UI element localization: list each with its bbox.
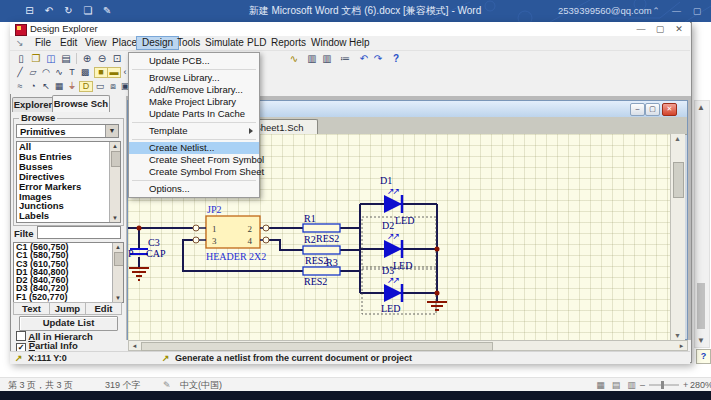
scrollbar-thumb[interactable] bbox=[697, 283, 705, 329]
polygon-tool-icon[interactable]: ▱ bbox=[27, 66, 39, 79]
menu-item-template[interactable]: Template bbox=[129, 125, 259, 137]
r2-comment[interactable]: RES2 bbox=[305, 255, 328, 266]
read-mode-icon[interactable]: ▦ bbox=[594, 378, 607, 392]
scroll-down-icon[interactable]: ▼ bbox=[671, 332, 684, 339]
maximize-button[interactable]: ▢ bbox=[689, 0, 705, 22]
scroll-up-icon[interactable]: ▲ bbox=[113, 244, 123, 250]
line-tool-icon[interactable]: ╱ bbox=[14, 66, 26, 79]
library-icon[interactable]: ▥ bbox=[320, 52, 334, 66]
web-layout-icon[interactable]: ▥ bbox=[625, 378, 638, 392]
r1-comment[interactable]: RES2 bbox=[316, 233, 339, 244]
word-vertical-scrollbar[interactable]: ▲ ▼ bbox=[694, 100, 710, 348]
primitives-listbox[interactable]: C1 (560,750) C1 (580,750) C3 (610,750) D… bbox=[13, 242, 124, 303]
help-icon[interactable]: ? bbox=[696, 349, 711, 364]
led-d3[interactable]: ↗↗ D3 LED bbox=[381, 265, 402, 314]
zoom-slider-thumb[interactable] bbox=[661, 381, 664, 389]
app-maximize-button[interactable]: ▢ bbox=[651, 22, 669, 36]
chevron-down-icon[interactable]: ▼ bbox=[105, 125, 118, 137]
menu-item-create-netlist[interactable]: Create Netlist... bbox=[129, 142, 259, 154]
ground-tool-icon[interactable]: ⏚ bbox=[66, 80, 78, 93]
menu-item-make-project-library[interactable]: Make Project Library bbox=[129, 96, 259, 108]
scroll-right-icon[interactable]: ▸ bbox=[676, 341, 687, 350]
scroll-up-icon[interactable]: ▲ bbox=[110, 143, 120, 149]
category-scrollbar[interactable]: ▲ ▼ bbox=[109, 142, 120, 222]
checkbox-partial-info[interactable]: ✓ Partial Info bbox=[16, 341, 78, 351]
d3-designator[interactable]: D3 bbox=[382, 265, 394, 276]
proofing-icon[interactable]: ✎ bbox=[163, 378, 171, 392]
save-icon[interactable]: ⊟ bbox=[22, 0, 37, 22]
d1-comment[interactable]: LED bbox=[395, 215, 414, 226]
word-count[interactable]: 319 个字 bbox=[105, 378, 141, 392]
app-close-button[interactable]: ✕ bbox=[670, 22, 688, 36]
list-item[interactable]: F1 (520,770) bbox=[14, 293, 123, 301]
menu-item-browse-library[interactable]: Browse Library... bbox=[129, 72, 259, 84]
scrollbar-thumb[interactable] bbox=[141, 342, 493, 351]
scrollbar-thumb[interactable] bbox=[111, 151, 121, 167]
jump-button[interactable]: Jump bbox=[49, 302, 86, 315]
scroll-down-icon[interactable]: ▼ bbox=[695, 336, 707, 345]
text-button[interactable]: Text bbox=[13, 302, 50, 315]
r3-comment[interactable]: RES2 bbox=[304, 276, 327, 287]
redo-icon[interactable]: ↷ bbox=[371, 52, 385, 66]
zoom-in-button[interactable]: + bbox=[683, 378, 688, 392]
document-horizontal-scrollbar[interactable]: ◂ ▸ bbox=[128, 340, 688, 351]
menu-reports[interactable]: Reports bbox=[266, 36, 311, 50]
capacitor-c3[interactable]: C3 CAP P bbox=[128, 237, 166, 259]
box1-tool-icon[interactable]: ▭ bbox=[94, 80, 106, 93]
image-tool-icon[interactable]: ▩ bbox=[79, 66, 91, 79]
undo-icon[interactable]: ↶ bbox=[357, 52, 371, 66]
curve-tool-icon[interactable]: ∿ bbox=[53, 66, 65, 79]
jp2-comment[interactable]: HEADER 2X2 bbox=[206, 251, 266, 262]
zoom-level[interactable]: 280% bbox=[690, 378, 711, 392]
arc-tool-icon[interactable]: ◠ bbox=[40, 66, 52, 79]
list-item[interactable]: Labels bbox=[17, 211, 120, 221]
minimize-button[interactable]: — bbox=[668, 0, 684, 22]
category-listbox[interactable]: All Bus Entries Busses Directives Error … bbox=[16, 141, 121, 223]
menu-help[interactable]: Help bbox=[344, 36, 375, 50]
filter-input[interactable] bbox=[37, 226, 121, 239]
tab-browse-sch[interactable]: Browse Sch bbox=[52, 95, 110, 112]
d2-designator[interactable]: D2 bbox=[382, 220, 394, 231]
menu-item-add-remove-library[interactable]: Add/Remove Library... bbox=[129, 84, 259, 96]
d3-comment[interactable]: LED bbox=[381, 303, 400, 314]
scroll-down-icon[interactable]: ▼ bbox=[110, 215, 120, 221]
doc-maximize-button[interactable]: ▢ bbox=[645, 103, 660, 116]
jp2-designator[interactable]: JP2 bbox=[207, 204, 221, 215]
document-vertical-scrollbar[interactable]: ▲ ▼ bbox=[670, 134, 685, 340]
new-document-icon[interactable]: ▯ bbox=[14, 52, 28, 66]
scrollbar-thumb[interactable] bbox=[673, 162, 684, 198]
polyline-tool-icon[interactable]: D bbox=[79, 81, 93, 92]
draw-icon[interactable]: ✎ bbox=[100, 0, 115, 22]
redo-icon[interactable]: ↻ bbox=[61, 0, 76, 22]
app-minimize-button[interactable]: — bbox=[632, 22, 650, 36]
r2-designator[interactable]: R2 bbox=[304, 234, 316, 245]
checkbox-icon[interactable] bbox=[16, 331, 26, 341]
scroll-left-icon[interactable]: ◂ bbox=[129, 341, 140, 350]
c3-designator[interactable]: C3 bbox=[148, 237, 160, 248]
pie-tool-icon[interactable]: ◔ bbox=[27, 80, 39, 93]
zoom-page-icon[interactable]: ⊡ bbox=[110, 52, 124, 66]
doc-close-button[interactable]: ✕ bbox=[662, 103, 677, 116]
update-list-button[interactable]: Update List bbox=[19, 316, 118, 331]
primitives-scrollbar[interactable]: ▲ ▼ bbox=[112, 243, 123, 302]
print-layout-icon[interactable]: ▤ bbox=[610, 378, 623, 392]
led-d1[interactable]: ↗↗ D1 LED bbox=[380, 175, 414, 226]
system-menu-icon[interactable]: ↘ bbox=[16, 36, 30, 50]
library-open-icon[interactable]: ▥ bbox=[305, 52, 319, 66]
menu-item-options[interactable]: Options... bbox=[129, 183, 259, 195]
menu-item-create-symbol-from-sheet[interactable]: Create Symbol From Sheet bbox=[129, 166, 259, 178]
scroll-up-icon[interactable]: ▲ bbox=[671, 135, 684, 142]
new-doc-icon[interactable]: ❏ bbox=[80, 0, 95, 22]
language-indicator[interactable]: 中文(中国) bbox=[180, 378, 222, 392]
bezier-tool-icon[interactable]: ≈ bbox=[14, 80, 26, 93]
tab-explorer[interactable]: Explorer bbox=[12, 97, 54, 112]
account-name[interactable]: 2539399560@qq.com bbox=[558, 0, 652, 22]
doc-minimize-button[interactable]: – bbox=[630, 103, 645, 116]
ground-symbol-right[interactable] bbox=[427, 302, 447, 310]
box2-tool-icon[interactable]: ⧈ bbox=[107, 80, 119, 93]
menu-item-create-sheet-from-symbol[interactable]: Create Sheet From Symbol bbox=[129, 154, 259, 166]
page-indicator[interactable]: 第 3 页，共 3 页 bbox=[8, 378, 73, 392]
menu-item-update-pcb[interactable]: Update PCB... bbox=[129, 55, 259, 67]
ribbon-options-icon[interactable]: ⌃ bbox=[648, 0, 664, 22]
save-icon[interactable]: ◫ bbox=[44, 52, 58, 66]
